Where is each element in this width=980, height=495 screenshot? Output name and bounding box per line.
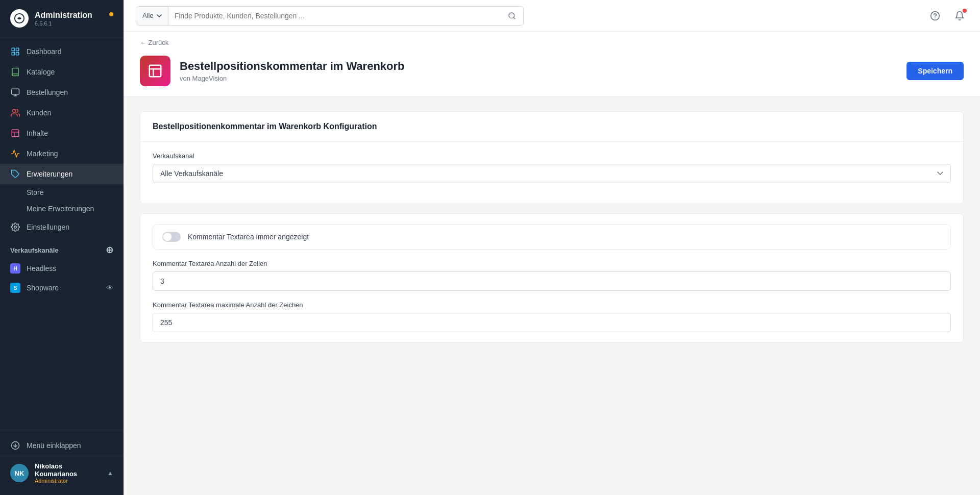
breadcrumb[interactable]: ← Zurück	[140, 32, 964, 46]
sidebar-item-label: Bestellungen	[27, 88, 68, 96]
plugin-author: von MageVision	[180, 75, 405, 82]
sidebar-sub-meine-erweiterungen[interactable]: Meine Erweiterungen	[0, 201, 124, 217]
dashboard-icon	[10, 46, 20, 57]
config-card-verkaufskanal: Bestellpositionenkommentar im Warenkorb …	[140, 111, 964, 204]
sidebar-item-inhalte[interactable]: Inhalte	[0, 123, 124, 143]
config-card-body-1: Verkaufskanal Alle Verkaufskanäle	[140, 142, 963, 204]
rows-label: Kommentar Textarea Anzahl der Zeilen	[153, 260, 951, 267]
sidebar-channel-headless[interactable]: H Headless	[0, 259, 124, 278]
topbar-actions	[927, 8, 968, 24]
app-logo	[10, 9, 29, 28]
sidebar-item-marketing[interactable]: Marketing	[0, 143, 124, 164]
inhalte-icon	[10, 128, 20, 138]
svg-point-6	[13, 109, 16, 112]
sidebar-item-kunden[interactable]: Kunden	[0, 103, 124, 123]
sidebar-nav: Dashboard Kataloge Bestellungen	[0, 37, 124, 430]
sidebar-channel-shopware[interactable]: S Shopware 👁	[0, 278, 124, 298]
user-chevron-icon: ▲	[107, 469, 113, 477]
sidebar-item-kataloge[interactable]: Kataloge	[0, 62, 124, 82]
svg-rect-7	[12, 130, 19, 137]
svg-rect-4	[12, 53, 14, 55]
sidebar-item-label: Kataloge	[27, 68, 55, 76]
maxchars-label: Kommentar Textarea maximale Anzahl der Z…	[153, 301, 951, 309]
rows-group: Kommentar Textarea Anzahl der Zeilen	[153, 260, 951, 291]
rows-input[interactable]	[153, 271, 951, 291]
marketing-icon	[10, 148, 20, 159]
toggle-label: Kommentar Textarea immer angezeigt	[188, 233, 309, 241]
verkaufskanal-label: Verkaufskanal	[153, 152, 951, 160]
bestellungen-icon	[10, 87, 20, 97]
plugin-icon	[140, 56, 170, 86]
sidebar-item-label: Marketing	[27, 150, 58, 158]
search-type-label: Alle	[142, 12, 154, 19]
plugin-header: Bestellpositionskommentar im Warenkorb v…	[140, 46, 964, 96]
notifications-button[interactable]	[951, 8, 968, 24]
verkaufskanale-section: Verkaufskanäle ⊕	[0, 237, 124, 259]
sidebar: Administration 6.5.6.1 Dashboard Katalog…	[0, 0, 124, 495]
plugin-title: Bestellpositionskommentar im Warenkorb	[180, 60, 405, 73]
toggle-row: Kommentar Textarea immer angezeigt	[153, 224, 951, 250]
svg-line-13	[513, 17, 515, 19]
config-section-title: Bestellpositionenkommentar im Warenkorb …	[140, 112, 963, 142]
app-title: Administration	[35, 10, 92, 20]
svg-point-9	[14, 226, 17, 229]
kunden-icon	[10, 108, 20, 118]
page-content: ← Zurück Bestellpositionskommentar im Wa…	[124, 32, 980, 495]
shopware-icon: S	[10, 283, 20, 293]
sidebar-item-einstellungen[interactable]: Einstellungen	[0, 217, 124, 237]
collapse-icon	[10, 440, 20, 451]
maxchars-group: Kommentar Textarea maximale Anzahl der Z…	[153, 301, 951, 332]
status-dot	[109, 12, 113, 16]
avatar: NK	[10, 464, 29, 482]
erweiterungen-icon	[10, 169, 20, 179]
verkaufskanal-group: Verkaufskanal Alle Verkaufskanäle	[153, 152, 951, 183]
search-input[interactable]	[168, 12, 501, 20]
config-card-body-2: Kommentar Textarea immer angezeigt Komme…	[140, 214, 963, 342]
sidebar-sub-store[interactable]: Store	[0, 184, 124, 201]
sidebar-header: Administration 6.5.6.1	[0, 0, 124, 37]
kataloge-icon	[10, 67, 20, 77]
svg-rect-16	[150, 65, 161, 77]
config-card-settings: Kommentar Textarea immer angezeigt Komme…	[140, 213, 964, 343]
maxchars-input[interactable]	[153, 313, 951, 332]
page-header: ← Zurück Bestellpositionskommentar im Wa…	[124, 32, 980, 97]
svg-rect-1	[12, 48, 14, 51]
sidebar-item-erweiterungen[interactable]: Erweiterungen	[0, 164, 124, 184]
visibility-icon[interactable]: 👁	[106, 284, 113, 292]
notification-badge	[963, 9, 967, 13]
app-version: 6.5.6.1	[35, 20, 92, 27]
app-title-block: Administration 6.5.6.1	[35, 10, 92, 26]
plugin-title-block: Bestellpositionskommentar im Warenkorb v…	[180, 60, 405, 82]
main-area: Alle ← Zurück	[124, 0, 980, 495]
sidebar-item-dashboard[interactable]: Dashboard	[0, 41, 124, 62]
save-button[interactable]: Speichern	[906, 62, 964, 80]
verkaufskanal-select[interactable]: Alle Verkaufskanäle	[153, 164, 951, 183]
sidebar-footer: Menü einklappen NK Nikolaos Koumarianos …	[0, 430, 124, 495]
sidebar-item-bestellungen[interactable]: Bestellungen	[0, 82, 124, 103]
collapse-label: Menü einklappen	[27, 441, 81, 450]
collapse-menu-button[interactable]: Menü einklappen	[0, 435, 124, 456]
user-bar[interactable]: NK Nikolaos Koumarianos Administrator ▲	[0, 456, 124, 490]
search-container: Alle	[136, 6, 524, 26]
sidebar-item-label: Erweiterungen	[27, 170, 72, 178]
topbar: Alle	[124, 0, 980, 32]
sidebar-item-label: Dashboard	[27, 47, 62, 56]
config-area: Bestellpositionenkommentar im Warenkorb …	[124, 97, 980, 357]
svg-rect-5	[12, 89, 19, 94]
sidebar-item-label: Kunden	[27, 109, 51, 117]
search-type-dropdown[interactable]: Alle	[136, 7, 168, 25]
add-channel-icon[interactable]: ⊕	[106, 244, 113, 256]
user-name: Nikolaos Koumarianos	[35, 462, 101, 478]
einstellungen-label: Einstellungen	[27, 223, 69, 231]
user-role: Administrator	[35, 478, 101, 484]
svg-rect-3	[16, 53, 19, 55]
toggle-kommentar-textarea[interactable]	[162, 232, 181, 242]
headless-icon: H	[10, 263, 20, 274]
help-button[interactable]	[927, 8, 943, 24]
user-info: Nikolaos Koumarianos Administrator	[35, 462, 101, 484]
search-button[interactable]	[501, 12, 523, 20]
sidebar-item-label: Inhalte	[27, 129, 48, 137]
svg-rect-2	[16, 48, 19, 51]
einstellungen-icon	[10, 222, 20, 232]
